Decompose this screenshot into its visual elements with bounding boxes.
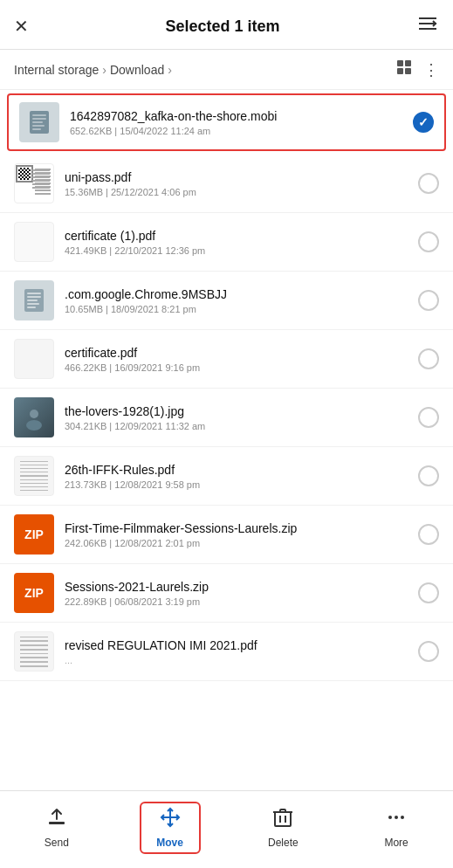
file-meta: 10.65MB | 18/09/2021 8:21 pm xyxy=(65,304,411,314)
overflow-menu-icon[interactable]: ⋮ xyxy=(423,60,439,79)
file-info: 1642897082_kafka-on-the-shore.mobi 652.6… xyxy=(70,109,406,136)
list-item[interactable]: ZIP First-Time-Filmmaker-Sessions-Laurel… xyxy=(0,506,453,564)
file-meta: 652.62KB | 15/04/2022 11:24 am xyxy=(70,126,406,136)
file-meta: 421.49KB | 22/10/2021 12:36 pm xyxy=(65,245,411,256)
file-name: certificate.pdf xyxy=(65,346,411,360)
file-name: First-Time-Filmmaker-Sessions-Laurels.zi… xyxy=(65,521,411,535)
list-item[interactable]: 1642897082_kafka-on-the-shore.mobi 652.6… xyxy=(7,93,446,151)
header: ✕ Selected 1 item xyxy=(0,0,453,50)
grid-view-icon[interactable] xyxy=(395,59,413,80)
file-info: uni-pass.pdf 15.36MB | 25/12/2021 4:06 p… xyxy=(65,170,411,197)
file-info: First-Time-Filmmaker-Sessions-Laurels.zi… xyxy=(65,521,411,548)
more-label: More xyxy=(384,837,408,849)
file-meta: ... xyxy=(65,655,411,665)
page-title: Selected 1 item xyxy=(165,17,279,36)
move-icon xyxy=(160,807,181,833)
more-toolbar-item[interactable]: More xyxy=(366,807,427,849)
breadcrumb-sep1: › xyxy=(102,63,106,77)
file-info: the-lovers-1928(1).jpg 304.21KB | 12/09/… xyxy=(65,404,411,431)
svg-point-19 xyxy=(30,410,38,418)
file-thumbnail xyxy=(14,222,54,262)
file-thumbnail xyxy=(14,397,54,437)
list-item[interactable]: the-lovers-1928(1).jpg 304.21KB | 12/09/… xyxy=(0,389,453,447)
file-meta: 242.06KB | 12/08/2021 2:01 pm xyxy=(65,538,411,548)
file-info: .com.google.Chrome.9MSBJJ 10.65MB | 18/0… xyxy=(65,287,411,314)
svg-rect-17 xyxy=(27,303,39,305)
file-checkbox[interactable] xyxy=(418,524,439,545)
breadcrumb-bar: Internal storage › Download › ⋮ xyxy=(0,50,453,90)
svg-rect-4 xyxy=(405,60,411,66)
file-info: Sessions-2021-Laurels.zip 222.89KB | 06/… xyxy=(65,580,411,607)
file-info: certificate.pdf 466.22KB | 16/09/2021 9:… xyxy=(65,346,411,373)
image-preview xyxy=(14,397,54,437)
file-checkbox[interactable] xyxy=(418,173,439,194)
breadcrumb[interactable]: Internal storage › Download › xyxy=(14,63,175,77)
file-name: the-lovers-1928(1).jpg xyxy=(65,404,411,418)
file-name: revised REGULATION IMI 2021.pdf xyxy=(65,638,411,652)
zip-label: ZIP xyxy=(24,527,44,541)
file-name: 1642897082_kafka-on-the-shore.mobi xyxy=(70,109,406,123)
filter-icon[interactable] xyxy=(416,14,439,38)
svg-rect-25 xyxy=(275,812,291,826)
breadcrumb-root[interactable]: Internal storage xyxy=(14,63,99,77)
svg-rect-6 xyxy=(405,68,411,74)
file-thumbnail xyxy=(19,102,59,142)
file-list: 1642897082_kafka-on-the-shore.mobi 652.6… xyxy=(0,93,453,681)
file-info: certificate (1).pdf 421.49KB | 22/10/202… xyxy=(65,229,411,256)
list-item[interactable]: certificate (1).pdf 421.49KB | 22/10/202… xyxy=(0,213,453,272)
file-checkbox[interactable] xyxy=(418,407,439,428)
svg-rect-12 xyxy=(32,128,41,130)
file-thumbnail xyxy=(14,280,54,320)
list-item[interactable]: .com.google.Chrome.9MSBJJ 10.65MB | 18/0… xyxy=(0,272,453,330)
file-checkbox[interactable] xyxy=(418,641,439,662)
file-checkbox[interactable] xyxy=(418,465,439,486)
file-name: 26th-IFFK-Rules.pdf xyxy=(65,463,411,477)
svg-rect-11 xyxy=(32,125,45,127)
file-meta: 304.21KB | 12/09/2021 11:32 am xyxy=(65,421,411,431)
svg-rect-21 xyxy=(49,822,65,824)
move-toolbar-item[interactable]: Move xyxy=(140,802,201,854)
send-label: Send xyxy=(45,837,69,849)
svg-rect-8 xyxy=(32,114,46,116)
close-icon[interactable]: ✕ xyxy=(14,16,29,37)
svg-rect-16 xyxy=(27,300,38,301)
breadcrumb-sep2: › xyxy=(168,63,172,77)
svg-rect-10 xyxy=(32,121,43,123)
file-meta: 466.22KB | 16/09/2021 9:16 pm xyxy=(65,362,411,373)
file-thumbnail xyxy=(14,456,54,496)
file-name: certificate (1).pdf xyxy=(65,229,411,243)
list-item[interactable]: uni-pass.pdf 15.36MB | 25/12/2021 4:06 p… xyxy=(0,155,453,213)
file-meta: 222.89KB | 06/08/2021 3:19 pm xyxy=(65,596,411,607)
svg-rect-18 xyxy=(27,307,36,308)
file-checkbox[interactable] xyxy=(418,348,439,369)
svg-point-30 xyxy=(388,816,392,819)
breadcrumb-current[interactable]: Download xyxy=(110,63,164,77)
list-item[interactable]: certificate.pdf 466.22KB | 16/09/2021 9:… xyxy=(0,330,453,389)
file-checkbox[interactable] xyxy=(418,290,439,311)
svg-point-20 xyxy=(26,420,42,431)
file-checkbox[interactable] xyxy=(418,582,439,603)
svg-rect-14 xyxy=(27,293,41,294)
file-checkbox[interactable] xyxy=(413,112,434,133)
file-name: uni-pass.pdf xyxy=(65,170,411,184)
svg-rect-27 xyxy=(280,809,285,812)
send-icon xyxy=(46,807,67,833)
more-icon xyxy=(386,807,407,833)
breadcrumb-actions: ⋮ xyxy=(395,59,439,80)
file-meta: 213.73KB | 12/08/2021 9:58 pm xyxy=(65,479,411,490)
zip-label: ZIP xyxy=(24,586,44,600)
svg-rect-5 xyxy=(397,68,403,74)
move-label: Move xyxy=(156,837,183,849)
list-item[interactable]: revised REGULATION IMI 2021.pdf ... xyxy=(0,623,453,681)
svg-rect-9 xyxy=(32,118,46,120)
svg-point-31 xyxy=(395,816,398,819)
file-name: .com.google.Chrome.9MSBJJ xyxy=(65,287,411,301)
file-checkbox[interactable] xyxy=(418,231,439,252)
list-item[interactable]: ZIP Sessions-2021-Laurels.zip 222.89KB |… xyxy=(0,564,453,623)
svg-rect-15 xyxy=(27,296,41,298)
list-item[interactable]: 26th-IFFK-Rules.pdf 213.73KB | 12/08/202… xyxy=(0,447,453,506)
send-toolbar-item[interactable]: Send xyxy=(26,807,87,849)
file-info: 26th-IFFK-Rules.pdf 213.73KB | 12/08/202… xyxy=(65,463,411,490)
delete-toolbar-item[interactable]: Delete xyxy=(252,807,313,849)
svg-rect-3 xyxy=(397,60,403,66)
